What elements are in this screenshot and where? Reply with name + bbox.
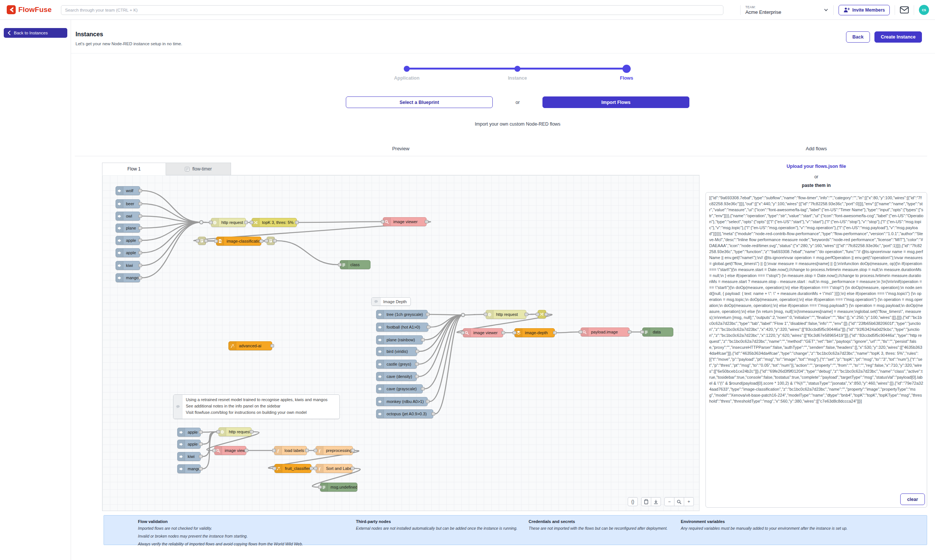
output-port[interactable] xyxy=(138,189,142,192)
invite-members-button[interactable]: Invite Members xyxy=(838,5,890,15)
flow-node-data1[interactable]: data xyxy=(642,328,673,337)
select-blueprint-button[interactable]: Select a Blueprint xyxy=(346,97,493,108)
flow-node-bird[interactable]: bird (viridis) xyxy=(376,347,417,356)
flow-node-plane1[interactable]: plane xyxy=(115,223,140,232)
input-port[interactable] xyxy=(209,221,213,224)
output-port[interactable] xyxy=(524,313,528,316)
input-port[interactable] xyxy=(272,467,276,470)
export-json-button[interactable]: {} xyxy=(628,497,638,506)
output-port[interactable] xyxy=(244,221,248,224)
input-port[interactable] xyxy=(214,240,218,243)
flow-node-ic[interactable]: image-classification xyxy=(216,237,261,246)
flow-node-http1[interactable]: http request xyxy=(211,218,246,227)
output-port[interactable] xyxy=(351,449,355,452)
input-port[interactable] xyxy=(484,313,487,316)
flow-node-chsq[interactable] xyxy=(538,310,546,318)
output-port[interactable] xyxy=(260,240,263,243)
output-port[interactable] xyxy=(426,313,429,316)
output-port[interactable] xyxy=(138,226,142,230)
step-dot-instance[interactable] xyxy=(514,66,520,72)
zoom-out-button[interactable]: − xyxy=(664,497,674,506)
input-port[interactable] xyxy=(314,467,317,470)
flow-node-apple1[interactable]: apple xyxy=(115,236,140,245)
output-port[interactable] xyxy=(295,221,299,224)
output-port[interactable] xyxy=(426,400,429,403)
flow-node-payload[interactable]: payload.image xyxy=(581,328,630,337)
flow-node-octopus[interactable]: octopus (jet A0.9>0.3) xyxy=(376,409,433,418)
output-port[interactable] xyxy=(204,239,208,243)
tab-flow-timer[interactable]: flow-timer xyxy=(166,163,231,175)
tab-flow-1[interactable]: Flow 1 xyxy=(102,163,166,175)
copy-button[interactable] xyxy=(641,497,651,506)
flow-node-msgu[interactable]: msg.undefined xyxy=(320,483,357,492)
output-port[interactable] xyxy=(305,449,309,452)
output-port[interactable] xyxy=(199,455,203,458)
input-port[interactable] xyxy=(265,239,268,243)
flow-node-wolf[interactable]: wolf xyxy=(115,186,140,195)
input-port[interactable] xyxy=(318,486,322,489)
output-port[interactable] xyxy=(199,467,203,471)
input-port[interactable] xyxy=(272,449,276,452)
input-port[interactable] xyxy=(381,220,385,223)
team-selector[interactable]: TEAM: Acme Enterprise xyxy=(746,5,819,15)
flow-node-football[interactable]: football (hot A1>0) xyxy=(376,323,428,332)
avatar[interactable]: cs xyxy=(919,5,929,15)
flow-node-sort[interactable]: fSort and Label xyxy=(315,464,352,473)
flow-node-depth[interactable]: image-depth xyxy=(514,328,555,337)
output-port[interactable] xyxy=(421,338,425,342)
zoom-reset-button[interactable] xyxy=(674,497,684,506)
flow-node-advai[interactable]: advanced-ai xyxy=(228,341,272,350)
input-port[interactable] xyxy=(338,263,342,266)
flow-node-comment1[interactable]: Using a retrained resnet model trained t… xyxy=(173,394,340,419)
clear-button[interactable]: clear xyxy=(900,494,925,505)
output-port[interactable] xyxy=(431,412,435,416)
flow-node-load[interactable]: fload labels xyxy=(274,446,307,455)
flows-json-input[interactable]: [{"id":"9a693308.7ebaf","type":"subflow"… xyxy=(706,192,927,508)
create-instance-button[interactable]: Create Instance xyxy=(874,31,922,43)
flow-node-kiwi1[interactable]: kiwi xyxy=(115,261,140,270)
output-port[interactable] xyxy=(245,449,248,452)
output-port[interactable] xyxy=(199,431,203,434)
output-port[interactable] xyxy=(421,387,425,391)
input-port[interactable] xyxy=(217,430,220,434)
wire-junction[interactable] xyxy=(461,313,465,317)
input-port[interactable] xyxy=(536,312,540,316)
input-port[interactable] xyxy=(640,331,644,334)
notifications-mail-button[interactable] xyxy=(900,6,909,14)
output-port[interactable] xyxy=(415,350,419,353)
flow-node-viewer3[interactable]: image viewer xyxy=(214,446,246,455)
chevron-down-icon[interactable] xyxy=(824,8,829,12)
output-port[interactable] xyxy=(199,443,203,446)
flow-node-mango2[interactable]: mango xyxy=(177,464,201,473)
flow-node-kiwi2[interactable]: kiwi xyxy=(177,452,201,461)
output-port[interactable] xyxy=(270,344,274,348)
back-button[interactable]: Back xyxy=(846,31,870,43)
flow-node-beer[interactable]: beer xyxy=(115,199,140,208)
flow-node-plane2[interactable]: plane (rainbow) xyxy=(376,335,423,344)
search-input[interactable] xyxy=(61,5,723,15)
input-port[interactable] xyxy=(196,239,200,243)
step-dot-application[interactable] xyxy=(404,66,410,72)
input-port[interactable] xyxy=(314,449,317,452)
input-port[interactable] xyxy=(512,331,516,335)
flow-node-http2[interactable]: http request xyxy=(486,310,526,319)
flow-node-caveg[interactable]: cave (grayscale) xyxy=(376,384,423,393)
step-dot-flows[interactable] xyxy=(623,65,631,73)
input-port[interactable] xyxy=(250,221,254,224)
input-port[interactable] xyxy=(461,331,465,335)
flow-node-preproc[interactable]: fpreprocessing xyxy=(315,446,353,455)
flow-node-castle[interactable]: castle (greys) xyxy=(376,360,417,369)
input-port[interactable] xyxy=(579,331,583,334)
flow-node-topk[interactable]: topK 3, thres: 5% xyxy=(252,218,297,227)
flow-node-mango1[interactable]: mango xyxy=(115,273,140,282)
output-port[interactable] xyxy=(138,239,142,242)
flow-node-monkey[interactable]: monkey (rdbu A0>1) xyxy=(376,397,428,406)
output-port[interactable] xyxy=(427,326,430,329)
flowfuse-logo[interactable]: FlowFuse xyxy=(7,5,52,14)
output-port[interactable] xyxy=(544,312,548,316)
zoom-in-button[interactable]: + xyxy=(684,497,694,506)
output-port[interactable] xyxy=(628,331,631,334)
output-port[interactable] xyxy=(273,239,277,243)
flow-preview-canvas[interactable]: {} − + wolfbeerowlplaneappleapplekiwiman… xyxy=(102,175,700,511)
output-port[interactable] xyxy=(553,331,557,335)
